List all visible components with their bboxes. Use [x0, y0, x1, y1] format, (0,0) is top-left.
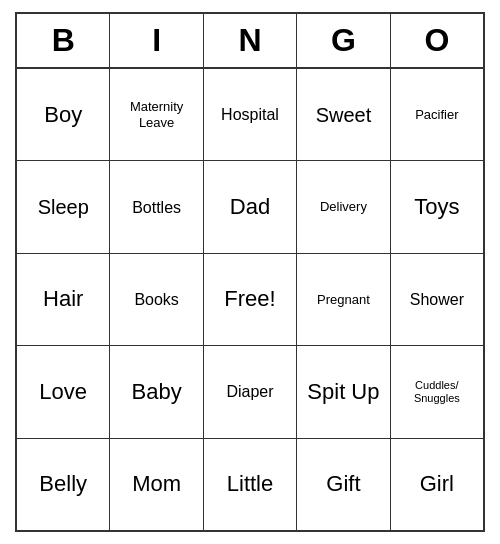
- bingo-row: HairBooksFree!PregnantShower: [17, 254, 483, 346]
- cell-label: Mom: [132, 471, 181, 497]
- bingo-cell: Books: [110, 254, 203, 345]
- bingo-cell: Diaper: [204, 346, 297, 437]
- bingo-cell: Girl: [391, 439, 483, 530]
- cell-label: Sleep: [38, 195, 89, 219]
- cell-label: Spit Up: [307, 379, 379, 405]
- cell-label: Little: [227, 471, 273, 497]
- bingo-row: BoyMaternity LeaveHospitalSweetPacifier: [17, 69, 483, 161]
- cell-label: Sweet: [316, 103, 372, 127]
- cell-label: Hospital: [221, 105, 279, 124]
- bingo-cell: Dad: [204, 161, 297, 252]
- cell-label: Girl: [420, 471, 454, 497]
- cell-label: Diaper: [226, 382, 273, 401]
- bingo-row: LoveBabyDiaperSpit UpCuddles/ Snuggles: [17, 346, 483, 438]
- bingo-row: SleepBottlesDadDeliveryToys: [17, 161, 483, 253]
- cell-label: Baby: [132, 379, 182, 405]
- bingo-cell: Free!: [204, 254, 297, 345]
- cell-label: Hair: [43, 286, 83, 312]
- header-letter: I: [110, 14, 203, 67]
- bingo-cell: Spit Up: [297, 346, 390, 437]
- cell-label: Belly: [39, 471, 87, 497]
- bingo-cell: Hair: [17, 254, 110, 345]
- header-letter: B: [17, 14, 110, 67]
- cell-label: Bottles: [132, 198, 181, 217]
- cell-label: Boy: [44, 102, 82, 128]
- cell-label: Books: [134, 290, 178, 309]
- bingo-row: BellyMomLittleGiftGirl: [17, 439, 483, 530]
- bingo-grid: BoyMaternity LeaveHospitalSweetPacifierS…: [17, 69, 483, 530]
- bingo-cell: Mom: [110, 439, 203, 530]
- cell-label: Toys: [414, 194, 459, 220]
- bingo-cell: Sweet: [297, 69, 390, 160]
- cell-label: Cuddles/ Snuggles: [395, 379, 479, 405]
- bingo-cell: Hospital: [204, 69, 297, 160]
- bingo-cell: Delivery: [297, 161, 390, 252]
- cell-label: Dad: [230, 194, 270, 220]
- cell-label: Delivery: [320, 199, 367, 215]
- bingo-cell: Shower: [391, 254, 483, 345]
- cell-label: Pacifier: [415, 107, 458, 123]
- bingo-cell: Love: [17, 346, 110, 437]
- bingo-card: BINGO BoyMaternity LeaveHospitalSweetPac…: [15, 12, 485, 532]
- bingo-cell: Boy: [17, 69, 110, 160]
- cell-label: Free!: [224, 286, 275, 312]
- cell-label: Love: [39, 379, 87, 405]
- bingo-cell: Pregnant: [297, 254, 390, 345]
- header-letter: O: [391, 14, 483, 67]
- cell-label: Maternity Leave: [114, 99, 198, 130]
- bingo-cell: Pacifier: [391, 69, 483, 160]
- bingo-cell: Sleep: [17, 161, 110, 252]
- cell-label: Pregnant: [317, 292, 370, 308]
- bingo-cell: Little: [204, 439, 297, 530]
- bingo-cell: Bottles: [110, 161, 203, 252]
- cell-label: Gift: [326, 471, 360, 497]
- bingo-cell: Toys: [391, 161, 483, 252]
- cell-label: Shower: [410, 290, 464, 309]
- header-letter: N: [204, 14, 297, 67]
- bingo-cell: Belly: [17, 439, 110, 530]
- header-letter: G: [297, 14, 390, 67]
- bingo-cell: Gift: [297, 439, 390, 530]
- bingo-cell: Maternity Leave: [110, 69, 203, 160]
- bingo-cell: Cuddles/ Snuggles: [391, 346, 483, 437]
- bingo-cell: Baby: [110, 346, 203, 437]
- bingo-header: BINGO: [17, 14, 483, 69]
